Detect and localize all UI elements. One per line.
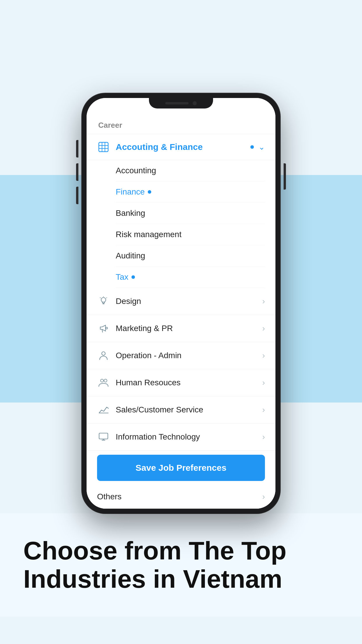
list-item[interactable]: Banking [116,203,265,224]
operation-admin-label: Operation - Admin [116,351,262,360]
tax-label: Tax [116,272,129,282]
svg-point-12 [101,379,103,382]
finance-dot [148,190,151,194]
spreadsheet-icon [97,141,110,153]
others-row[interactable]: Others › [87,485,275,509]
megaphone-icon [97,322,110,335]
speaker [165,102,189,104]
information-technology-label: Information Technology [116,432,262,442]
chart-icon [97,403,110,416]
list-item[interactable]: Risk management [116,224,265,245]
volume-down-button [76,163,78,181]
list-item[interactable]: Accounting [116,160,265,181]
sales-customer-chevron: › [262,405,265,414]
phone-screen: Career Accouting & Finance [87,98,275,509]
headline-suffix: Industries in Vietnam [23,564,282,593]
bulb-icon [97,295,110,308]
finance-label: Finance [116,187,145,197]
volume-up-button [76,140,78,158]
save-job-preferences-button[interactable]: Save Job Preferences [97,455,265,481]
design-label: Design [116,297,262,306]
svg-rect-15 [99,433,108,439]
tax-dot [131,275,135,279]
accounting-finance-dot [250,145,254,149]
accounting-label: Accounting [116,166,156,175]
marketing-pr-chevron: › [262,324,265,333]
accounting-finance-chevron-down: ⌄ [259,143,265,152]
svg-line-9 [100,298,101,298]
others-label: Others [97,492,262,501]
list-item[interactable]: Finance [116,181,265,203]
page-title: Career [98,121,122,130]
marketing-pr-label: Marketing & PR [116,324,262,333]
person-icon [97,349,110,362]
sales-customer-label: Sales/Customer Service [116,405,262,414]
others-chevron: › [262,492,265,501]
list-item[interactable]: Tax [116,267,265,288]
information-technology-chevron: › [262,432,265,442]
svg-point-10 [106,327,108,329]
status-bar [87,98,275,116]
accounting-finance-label: Accouting & Finance [116,142,247,152]
page-header: Career [87,116,275,134]
monitor-icon [97,430,110,443]
svg-rect-0 [99,142,108,152]
operation-admin-row[interactable]: Operation - Admin › [87,342,275,369]
bottom-section: Choose from The Top Industries in Vietna… [0,513,362,617]
svg-line-8 [106,298,107,298]
accounting-finance-sub-items: Accounting Finance Banking Risk manageme… [87,160,275,288]
screen-content: Career Accouting & Finance [87,116,275,509]
operation-admin-chevron: › [262,351,265,360]
svg-point-11 [102,352,105,355]
svg-point-13 [104,379,107,382]
auditing-label: Auditing [116,251,145,260]
list-item[interactable]: Auditing [116,245,265,267]
silent-switch [76,187,78,204]
accounting-finance-header[interactable]: Accouting & Finance ⌄ [87,134,275,160]
design-chevron: › [262,297,265,306]
headline-highlight: The Top [189,536,287,565]
human-resources-chevron: › [262,378,265,387]
svg-point-5 [101,298,106,302]
headline-prefix: Choose from [23,536,189,565]
phone-device: Career Accouting & Finance [82,93,280,513]
power-button [284,163,286,190]
sales-customer-row[interactable]: Sales/Customer Service › [87,396,275,424]
human-resources-label: Human Resouces [116,378,262,387]
risk-management-label: Risk management [116,230,182,239]
people-icon [97,376,110,389]
banking-label: Banking [116,209,145,218]
marketing-pr-row[interactable]: Marketing & PR › [87,315,275,342]
information-technology-row[interactable]: Information Technology › [87,424,275,451]
design-row[interactable]: Design › [87,288,275,315]
human-resources-row[interactable]: Human Resouces › [87,369,275,396]
bottom-headline: Choose from The Top Industries in Vietna… [23,537,339,593]
front-camera [193,101,197,105]
notch [149,98,213,108]
